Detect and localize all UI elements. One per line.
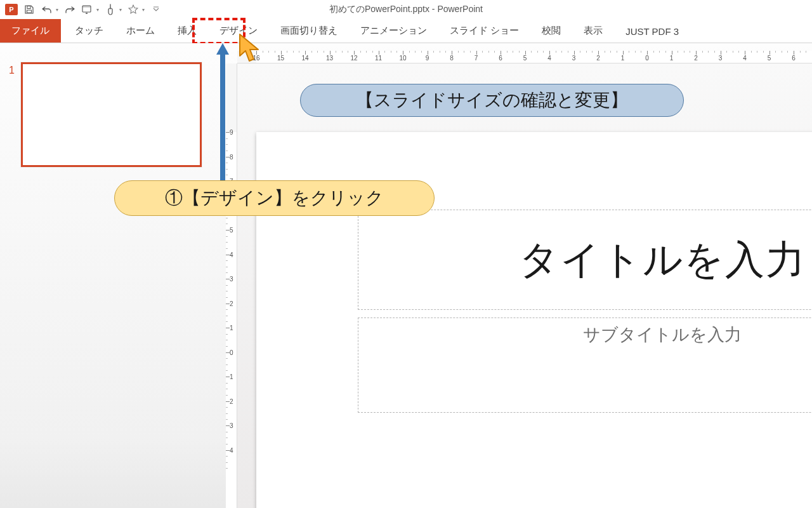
title-bar: P ▾ ▾ ▾ ▾ 初めてのPowerPoint.pptx - PowerPoi… — [0, 0, 812, 19]
ruler-h-label: 6 — [499, 55, 502, 62]
ruler-h-label: 4 — [743, 55, 747, 62]
svg-rect-5 — [82, 6, 91, 8]
subtitle-placeholder-text: サブタイトルを入力 — [583, 325, 742, 344]
ruler-v-label: 8 — [230, 153, 233, 160]
ruler-h-label: 9 — [426, 55, 429, 62]
slide-thumbnail-1[interactable] — [21, 62, 202, 167]
svg-text:P: P — [9, 6, 13, 13]
tab-insert[interactable]: 挿入 — [166, 18, 208, 43]
save-icon[interactable] — [22, 3, 37, 17]
ruler-h-label: 10 — [399, 55, 406, 62]
star-dropdown-arrow-icon[interactable]: ▾ — [142, 7, 145, 13]
ruler-v-label: 4 — [230, 446, 233, 453]
ruler-v-label: 0 — [230, 349, 233, 356]
annotation-step1-balloon: ①【デザイン】をクリック — [114, 180, 435, 216]
ruler-v-label: 1 — [230, 373, 233, 380]
ruler-v-label: 3 — [230, 422, 233, 429]
slide-canvas[interactable]: タイトルを入力 サブタイトルを入力 — [237, 64, 812, 508]
ruler-h-label: 2 — [596, 55, 600, 62]
favorite-star-icon[interactable] — [126, 3, 141, 17]
ruler-h-label: 5 — [523, 55, 527, 62]
tab-touch[interactable]: タッチ — [63, 18, 115, 43]
tab-transitions[interactable]: 画面切り替え — [269, 18, 349, 43]
tab-review[interactable]: 校閲 — [530, 18, 572, 43]
svg-rect-2 — [27, 6, 30, 9]
undo-dropdown-arrow-icon[interactable]: ▾ — [56, 7, 58, 13]
touch-mode-icon[interactable] — [103, 3, 118, 17]
ruler-h-label: 4 — [547, 55, 551, 62]
subtitle-placeholder[interactable]: サブタイトルを入力 — [358, 318, 812, 413]
ruler-v-label: 5 — [230, 227, 233, 234]
tab-design[interactable]: デザイン — [208, 18, 269, 43]
powerpoint-app-icon: P — [4, 2, 19, 17]
ruler-v-label: 1 — [230, 324, 233, 331]
ruler-h-label: 8 — [450, 55, 454, 62]
ruler-h-label: 7 — [475, 55, 478, 62]
redo-icon[interactable] — [62, 3, 77, 17]
ruler-v-label: 2 — [230, 300, 233, 307]
ruler-h-label: 0 — [645, 55, 649, 62]
ruler-h-label: 3 — [719, 55, 723, 62]
ruler-v-label: 2 — [230, 398, 233, 404]
slideshow-from-start-icon[interactable] — [80, 3, 95, 17]
thumbnail-number: 1 — [9, 65, 15, 76]
tab-file[interactable]: ファイル — [0, 18, 61, 43]
ruler-h-label: 13 — [326, 55, 333, 62]
ruler-h-label: 1 — [670, 55, 674, 62]
tab-justpdf[interactable]: JUST PDF 3 — [614, 20, 690, 43]
ruler-h-label: 16 — [252, 55, 259, 62]
undo-icon[interactable] — [39, 3, 55, 17]
ruler-h-label: 14 — [301, 55, 308, 62]
quick-access-toolbar: P ▾ ▾ ▾ ▾ — [0, 2, 164, 17]
annotation-title-balloon: 【スライドサイズの確認と変更】 — [300, 84, 684, 117]
touch-dropdown-arrow-icon[interactable]: ▾ — [119, 7, 122, 13]
annotation-title-text: 【スライドサイズの確認と変更】 — [356, 88, 628, 112]
title-placeholder[interactable]: タイトルを入力 — [358, 210, 812, 310]
ruler-h-label: 2 — [694, 55, 698, 62]
ruler-h-label: 5 — [768, 55, 771, 62]
ruler-h-label: 6 — [792, 55, 796, 62]
svg-rect-3 — [27, 10, 32, 13]
tab-home[interactable]: ホーム — [115, 18, 166, 43]
annotation-step1-text: ①【デザイン】をクリック — [165, 186, 384, 210]
ruler-h-label: 1 — [621, 55, 625, 62]
ruler-v-label: 3 — [230, 276, 233, 283]
workspace: 1 161514131211109876543210123456 9876543… — [0, 43, 812, 508]
slideshow-dropdown-arrow-icon[interactable]: ▾ — [96, 7, 99, 13]
ruler-h-label: 11 — [375, 55, 382, 62]
slide-thumbnail-panel: 1 — [0, 43, 221, 508]
tab-slideshow[interactable]: スライド ショー — [438, 18, 530, 43]
ruler-h-label: 3 — [572, 55, 576, 62]
title-placeholder-text: タイトルを入力 — [519, 233, 806, 286]
customize-qat-icon[interactable] — [148, 3, 164, 17]
ruler-v-label: 4 — [230, 251, 233, 258]
tab-animations[interactable]: アニメーション — [349, 18, 438, 43]
ruler-v-label: 9 — [230, 129, 233, 136]
tab-view[interactable]: 表示 — [572, 18, 614, 43]
ruler-h-label: 15 — [277, 55, 284, 62]
ruler-vertical[interactable]: 98765432101234 — [226, 64, 237, 508]
ribbon-tabs: ファイル タッチ ホーム 挿入 デザイン 画面切り替え アニメーション スライド… — [0, 19, 812, 43]
ruler-h-label: 12 — [350, 55, 357, 62]
ruler-horizontal[interactable]: 161514131211109876543210123456 — [237, 51, 812, 64]
